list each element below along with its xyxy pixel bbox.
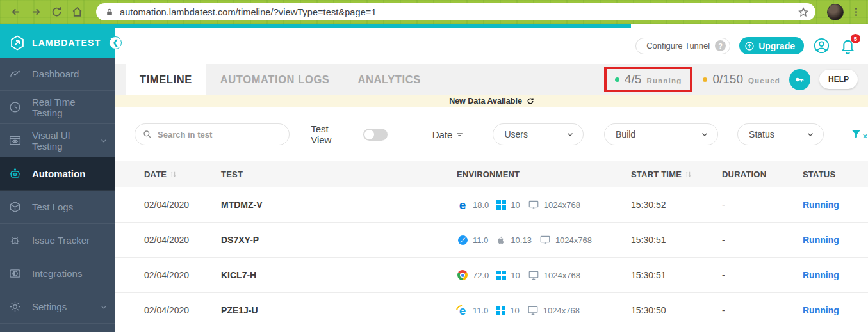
sidebar: LAMBDATEST ❮ DashboardReal Time TestingV… — [0, 28, 115, 332]
upgrade-arrow-icon — [744, 41, 755, 51]
monitor-resolution-icon — [528, 199, 539, 210]
sidebar-item-real-time-testing[interactable]: Real Time Testing — [0, 91, 115, 124]
cell-start-time: 15:30:51 — [631, 270, 722, 280]
search-box[interactable] — [135, 123, 290, 145]
upgrade-button[interactable]: Upgrade — [739, 37, 804, 54]
status-link[interactable]: Running — [803, 200, 839, 210]
new-data-banner: New Data Available — [115, 95, 868, 107]
dropdown-label: Status — [749, 129, 774, 139]
sidebar-item-label: Integrations — [32, 268, 108, 279]
test-view-label: Test View — [311, 123, 351, 145]
sidebar-item-issue-tracker[interactable]: Issue Tracker — [0, 224, 115, 257]
status-link[interactable]: Running — [803, 270, 839, 280]
visual-ui-icon — [8, 134, 22, 147]
table-row[interactable]: 02/04/2020PZE1J-Ue11.0101024x76815:30:50… — [115, 293, 868, 328]
sidebar-item-visual-ui-testing[interactable]: Visual UI Testing — [0, 124, 115, 157]
annotation-red-box: 4/5 Running — [604, 67, 692, 92]
queued-counter[interactable]: 0/150 Queued — [703, 72, 780, 86]
address-bar[interactable]: automation.lambdatest.com/timeline/?view… — [96, 3, 815, 20]
cell-status: Running — [803, 199, 868, 210]
new-data-banner-text: New Data Available — [449, 97, 522, 106]
url-text[interactable]: automation.lambdatest.com/timeline/?view… — [120, 7, 798, 17]
cell-duration: - — [722, 200, 803, 210]
safari-browser-icon — [457, 234, 468, 246]
cell-test-name: DS7XY-P — [221, 235, 457, 245]
cell-environment: 72.0101024x768 — [457, 269, 631, 281]
clear-filters-control[interactable]: ✕ — [851, 129, 868, 141]
real-time-icon — [8, 100, 22, 114]
help-button[interactable]: HELP — [819, 70, 858, 89]
chevron-down-icon — [701, 130, 708, 138]
column-header-start-time[interactable]: START TIME — [631, 170, 722, 179]
browser-profile-avatar[interactable] — [827, 4, 844, 20]
sidebar-item-integrations[interactable]: Integrations — [0, 257, 115, 290]
running-value: 4/5 — [625, 72, 641, 86]
build-dropdown[interactable]: Build — [604, 123, 718, 145]
cell-environment: 11.010.131024x768 — [457, 234, 631, 246]
status-link[interactable]: Running — [803, 305, 839, 315]
notifications-bell-icon[interactable]: 5 — [839, 37, 856, 54]
tab-analytics[interactable]: ANALYTICS — [343, 64, 434, 95]
sidebar-item-label: Settings — [32, 301, 100, 312]
cell-test-name: KICL7-H — [221, 270, 457, 280]
search-input[interactable] — [158, 130, 281, 139]
cell-test-name: MTDMZ-V — [221, 200, 457, 210]
os-version: 10.13 — [511, 235, 532, 245]
cell-start-time: 15:30:52 — [631, 200, 722, 210]
tab-timeline[interactable]: TIMELINE — [126, 64, 206, 95]
sidebar-item-settings[interactable]: Settings — [0, 290, 115, 324]
cell-test-name: PZE1J-U — [221, 305, 457, 315]
browser-menu-icon[interactable] — [850, 8, 862, 16]
edge-browser-icon: e — [457, 199, 468, 210]
sidebar-item-label: Test Logs — [32, 202, 108, 212]
cell-date: 02/04/2020 — [144, 200, 221, 210]
refresh-icon[interactable] — [527, 97, 534, 105]
table-row[interactable]: 02/04/2020KICL7-H72.0101024x76815:30:51-… — [115, 258, 868, 293]
browser-version: 18.0 — [473, 200, 489, 210]
chevron-down-icon — [566, 130, 574, 138]
test-view-toggle[interactable] — [363, 129, 388, 141]
table-row[interactable]: 02/04/2020DS7XY-P11.010.131024x76815:30:… — [115, 223, 868, 258]
running-dot-icon — [615, 77, 619, 82]
table-body: 02/04/2020MTDMZ-Ve18.0101024x76815:30:52… — [115, 187, 868, 328]
back-icon[interactable] — [6, 3, 24, 21]
dropdown-label: Build — [616, 129, 635, 139]
status-link[interactable]: Running — [803, 235, 839, 245]
windows-os-icon — [496, 271, 506, 280]
browser-version: 11.0 — [473, 306, 488, 315]
windows-os-icon — [496, 306, 505, 315]
help-question-icon[interactable]: ? — [715, 40, 726, 51]
bookmark-star-icon[interactable] — [798, 6, 809, 18]
sidebar-item-test-logs[interactable]: Test Logs — [0, 191, 115, 224]
user-account-icon[interactable] — [813, 37, 830, 54]
home-icon[interactable] — [68, 3, 86, 21]
table-row[interactable]: 02/04/2020MTDMZ-Ve18.0101024x76815:30:52… — [115, 187, 868, 223]
lambdatest-logo-icon — [9, 35, 26, 51]
reload-icon[interactable] — [47, 3, 65, 21]
access-key-button[interactable] — [789, 69, 810, 90]
running-counter[interactable]: 4/5 Running — [615, 72, 682, 86]
tab-automation-logs[interactable]: AUTOMATION LOGS — [206, 64, 344, 95]
column-header-environment: ENVIRONMENT — [457, 170, 631, 179]
cell-status: Running — [803, 234, 868, 246]
sidebar-item-dashboard[interactable]: Dashboard — [0, 58, 115, 91]
sort-icon[interactable] — [169, 170, 177, 178]
sidebar-collapse-button[interactable]: ❮ — [109, 36, 122, 49]
resolution: 1024x768 — [544, 200, 580, 210]
sort-icon[interactable] — [684, 170, 692, 178]
column-header-date[interactable]: DATE — [144, 170, 221, 179]
internet-explorer-icon: e — [457, 304, 468, 316]
chevron-down-icon — [807, 130, 814, 138]
brand-name: LAMBDATEST — [32, 38, 101, 48]
forward-icon[interactable] — [27, 3, 45, 21]
users-dropdown[interactable]: Users — [493, 123, 584, 145]
sidebar-item-label: Dashboard — [32, 68, 108, 79]
sidebar-item-automation[interactable]: Automation — [0, 157, 115, 191]
queued-value: 0/150 — [712, 72, 743, 86]
configure-tunnel-button[interactable]: Configure Tunnel ? — [635, 38, 730, 54]
resolution: 1024x768 — [543, 306, 580, 315]
status-dropdown[interactable]: Status — [737, 123, 824, 145]
clear-filter-x-icon[interactable]: ✕ — [862, 132, 868, 141]
date-filter[interactable]: Date — [432, 129, 464, 140]
running-label: Running — [646, 77, 682, 84]
